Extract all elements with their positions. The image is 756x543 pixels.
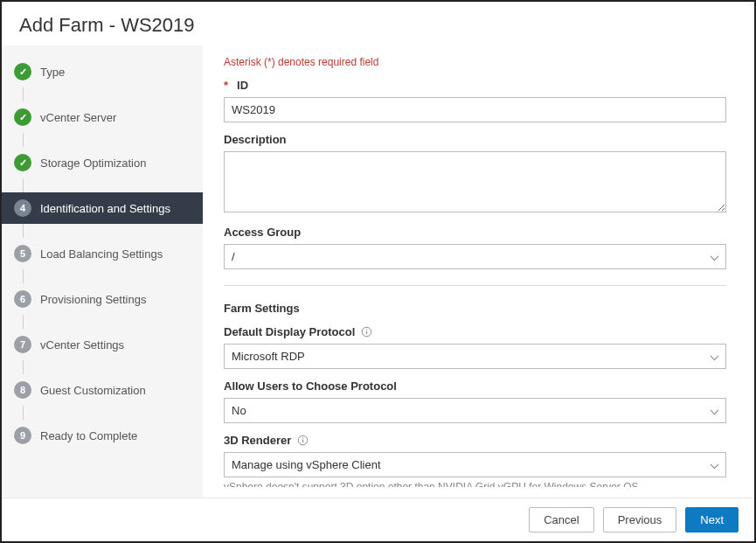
info-icon[interactable]: [296, 435, 309, 447]
step-ready-complete[interactable]: 9 Ready to Complete: [2, 420, 203, 451]
dialog-footer: Cancel Previous Next: [2, 498, 754, 541]
access-group-label: Access Group: [224, 226, 726, 239]
step-connector: [23, 87, 24, 101]
default-protocol-label-text: Default Display Protocol: [224, 325, 355, 338]
id-label-text: ID: [237, 79, 248, 92]
form-scroll[interactable]: Asterisk (*) denotes required field * ID…: [224, 56, 733, 487]
next-button[interactable]: Next: [685, 507, 739, 533]
id-label: * ID: [224, 79, 726, 92]
previous-button[interactable]: Previous: [603, 507, 677, 533]
step-label: Load Balancing Settings: [40, 247, 163, 261]
form-pane: Asterisk (*) denotes required field * ID…: [203, 45, 754, 498]
renderer-select[interactable]: [224, 452, 726, 477]
step-connector: [23, 178, 24, 192]
required-asterisk: *: [224, 79, 228, 92]
access-group-select[interactable]: [224, 244, 726, 269]
allow-choose-select[interactable]: [224, 398, 726, 423]
step-connector: [23, 406, 24, 420]
allow-choose-label: Allow Users to Choose Protocol: [224, 379, 726, 393]
step-provisioning[interactable]: 6 Provisioning Settings: [2, 283, 203, 315]
step-connector: [23, 315, 24, 329]
step-vcenter-settings[interactable]: 7 vCenter Settings: [2, 329, 203, 360]
description-label: Description: [224, 133, 726, 146]
renderer-hint: vSphere doesn't support 3D option other …: [224, 481, 726, 487]
default-protocol-select[interactable]: [224, 344, 726, 369]
required-note: Asterisk (*) denotes required field: [224, 56, 726, 68]
dialog-body: Type vCenter Server Storage Optimization…: [2, 45, 754, 498]
step-number-icon: 6: [14, 290, 31, 308]
step-connector: [23, 224, 24, 238]
default-protocol-label: Default Display Protocol: [224, 325, 726, 338]
dialog-title: Add Farm - WS2019: [2, 2, 754, 45]
svg-point-2: [366, 329, 367, 330]
dialog-frame: Add Farm - WS2019 Type vCenter Server St…: [0, 0, 756, 543]
svg-point-5: [302, 437, 303, 438]
step-label: Storage Optimization: [40, 157, 146, 170]
step-load-balancing[interactable]: 5 Load Balancing Settings: [2, 238, 203, 269]
step-number-icon: 4: [14, 199, 31, 217]
step-type[interactable]: Type: [2, 56, 203, 87]
step-identification-settings[interactable]: 4 Identification and Settings: [2, 192, 203, 224]
cancel-button[interactable]: Cancel: [529, 507, 593, 533]
step-connector: [23, 133, 24, 147]
id-input[interactable]: [224, 97, 726, 122]
step-label: Guest Customization: [40, 384, 146, 397]
info-icon[interactable]: [360, 326, 372, 338]
step-number-icon: 7: [14, 336, 31, 353]
description-textarea[interactable]: [224, 151, 726, 212]
renderer-label: 3D Renderer: [224, 434, 726, 447]
farm-settings-divider: [224, 285, 726, 291]
step-storage-optimization[interactable]: Storage Optimization: [2, 147, 203, 178]
wizard-sidebar: Type vCenter Server Storage Optimization…: [2, 45, 203, 498]
renderer-label-text: 3D Renderer: [224, 434, 291, 447]
check-icon: [14, 108, 31, 126]
step-vcenter-server[interactable]: vCenter Server: [2, 101, 203, 133]
step-label: Identification and Settings: [40, 202, 170, 215]
step-number-icon: 9: [14, 427, 31, 444]
step-label: Provisioning Settings: [40, 293, 146, 306]
check-icon: [14, 63, 31, 80]
step-label: Type: [40, 66, 65, 79]
step-label: Ready to Complete: [40, 429, 137, 442]
step-label: vCenter Settings: [40, 338, 124, 352]
step-connector: [23, 269, 24, 283]
farm-settings-header: Farm Settings: [224, 302, 726, 315]
step-number-icon: 5: [14, 245, 31, 262]
check-icon: [14, 154, 31, 171]
step-connector: [23, 360, 24, 374]
step-number-icon: 8: [14, 381, 31, 399]
step-label: vCenter Server: [40, 111, 116, 124]
step-guest-customization[interactable]: 8 Guest Customization: [2, 374, 203, 406]
